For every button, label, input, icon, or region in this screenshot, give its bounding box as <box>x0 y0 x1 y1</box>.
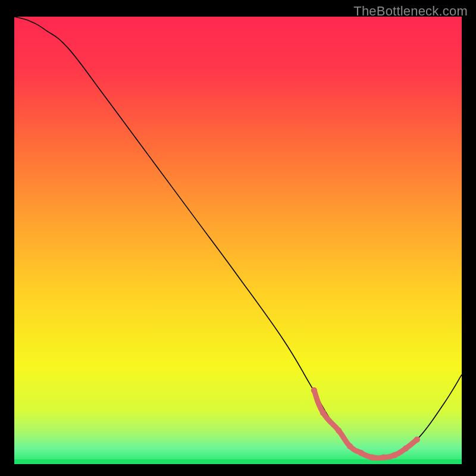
highlight-dot <box>380 455 386 461</box>
chart-green-band <box>14 459 462 464</box>
highlight-dot <box>311 387 317 393</box>
watermark-text: TheBottleneck.com <box>353 4 468 19</box>
highlight-dot <box>414 436 420 442</box>
bottleneck-chart: TheBottleneck.com <box>0 0 476 476</box>
chart-background <box>14 17 462 464</box>
highlight-dot <box>392 452 397 458</box>
highlight-dot <box>347 443 353 449</box>
highlight-dot <box>403 446 409 452</box>
highlight-dot <box>336 427 342 433</box>
highlight-dot <box>320 409 326 415</box>
chart-svg <box>0 0 476 476</box>
highlight-dot <box>358 450 364 456</box>
highlight-dot <box>369 455 375 461</box>
